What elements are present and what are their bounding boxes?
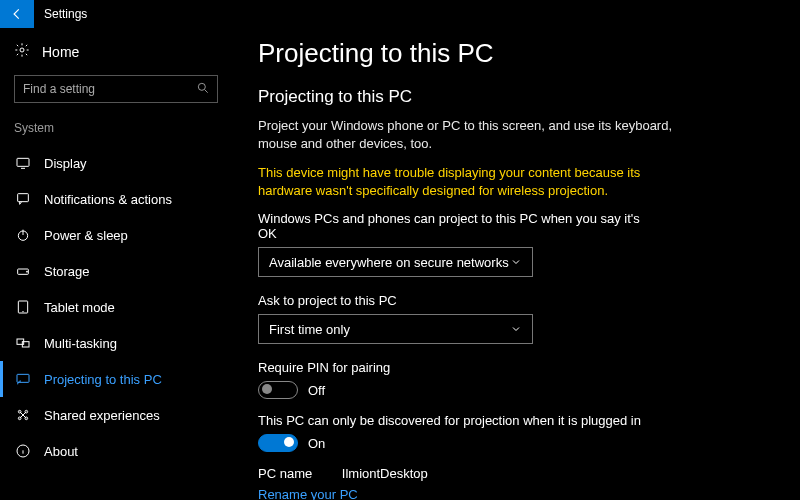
ask-value: First time only bbox=[269, 322, 350, 337]
sidebar-item-label: Tablet mode bbox=[44, 300, 115, 315]
power-icon bbox=[14, 226, 32, 244]
plugged-value: On bbox=[308, 436, 325, 451]
plugged-label: This PC can only be discovered for proje… bbox=[258, 413, 658, 428]
sidebar-item-power[interactable]: Power & sleep bbox=[0, 217, 232, 253]
arrow-left-icon bbox=[10, 7, 24, 21]
chevron-down-icon bbox=[510, 323, 522, 335]
tablet-icon bbox=[14, 298, 32, 316]
pin-value: Off bbox=[308, 383, 325, 398]
sidebar-item-label: About bbox=[44, 444, 78, 459]
intro-text: Project your Windows phone or PC to this… bbox=[258, 117, 678, 152]
page-title: Projecting to this PC bbox=[258, 38, 760, 69]
plugged-toggle[interactable] bbox=[258, 434, 298, 452]
search bbox=[14, 75, 218, 103]
back-button[interactable] bbox=[0, 0, 34, 28]
svg-point-0 bbox=[20, 48, 24, 52]
content: Projecting to this PC Projecting to this… bbox=[232, 28, 800, 500]
pc-name-value: IlmiontDesktop bbox=[342, 466, 428, 481]
storage-icon bbox=[14, 262, 32, 280]
app-title: Settings bbox=[44, 7, 87, 21]
sidebar-item-label: Multi-tasking bbox=[44, 336, 117, 351]
availability-select[interactable]: Available everywhere on secure networks bbox=[258, 247, 533, 277]
sidebar-item-label: Storage bbox=[44, 264, 90, 279]
sidebar-item-label: Shared experiences bbox=[44, 408, 160, 423]
availability-value: Available everywhere on secure networks bbox=[269, 255, 509, 270]
sidebar: Home System Display Notifications & acti… bbox=[0, 28, 232, 500]
chevron-down-icon bbox=[510, 256, 522, 268]
pc-name-row: PC name IlmiontDesktop bbox=[258, 466, 760, 481]
rename-link[interactable]: Rename your PC bbox=[258, 487, 760, 500]
projecting-icon bbox=[14, 370, 32, 388]
multitasking-icon bbox=[14, 334, 32, 352]
home-label: Home bbox=[42, 44, 79, 60]
category-label: System bbox=[0, 121, 232, 145]
sidebar-item-display[interactable]: Display bbox=[0, 145, 232, 181]
sidebar-item-projecting[interactable]: Projecting to this PC bbox=[0, 361, 232, 397]
pin-label: Require PIN for pairing bbox=[258, 360, 658, 375]
sidebar-item-home[interactable]: Home bbox=[0, 42, 232, 75]
ask-select[interactable]: First time only bbox=[258, 314, 533, 344]
ask-label: Ask to project to this PC bbox=[258, 293, 658, 308]
pc-name-label: PC name bbox=[258, 466, 312, 481]
svg-rect-3 bbox=[18, 194, 29, 202]
sidebar-item-label: Projecting to this PC bbox=[44, 372, 162, 387]
section-title: Projecting to this PC bbox=[258, 87, 760, 107]
sidebar-item-about[interactable]: About bbox=[0, 433, 232, 469]
info-icon bbox=[14, 442, 32, 460]
sidebar-item-notifications[interactable]: Notifications & actions bbox=[0, 181, 232, 217]
sidebar-item-shared[interactable]: Shared experiences bbox=[0, 397, 232, 433]
sidebar-item-label: Power & sleep bbox=[44, 228, 128, 243]
gear-icon bbox=[14, 42, 30, 61]
nav: Display Notifications & actions Power & … bbox=[0, 145, 232, 469]
availability-label: Windows PCs and phones can project to th… bbox=[258, 211, 658, 241]
svg-rect-2 bbox=[17, 158, 29, 166]
search-input[interactable] bbox=[14, 75, 218, 103]
svg-point-1 bbox=[198, 83, 205, 90]
shared-icon bbox=[14, 406, 32, 424]
svg-point-6 bbox=[26, 271, 27, 272]
sidebar-item-label: Notifications & actions bbox=[44, 192, 172, 207]
sidebar-item-tablet[interactable]: Tablet mode bbox=[0, 289, 232, 325]
warning-text: This device might have trouble displayin… bbox=[258, 164, 678, 199]
sidebar-item-multitasking[interactable]: Multi-tasking bbox=[0, 325, 232, 361]
sidebar-item-storage[interactable]: Storage bbox=[0, 253, 232, 289]
notifications-icon bbox=[14, 190, 32, 208]
search-icon bbox=[196, 81, 210, 95]
display-icon bbox=[14, 154, 32, 172]
titlebar: Settings bbox=[0, 0, 800, 28]
sidebar-item-label: Display bbox=[44, 156, 87, 171]
pin-toggle[interactable] bbox=[258, 381, 298, 399]
